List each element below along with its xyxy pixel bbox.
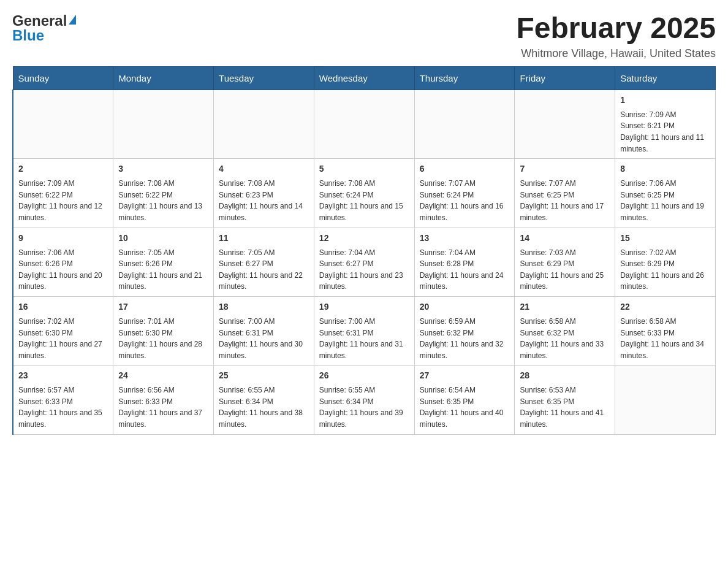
day-info: Sunrise: 7:04 AM Sunset: 6:27 PM Dayligh… bbox=[319, 247, 409, 293]
day-header-thursday: Thursday bbox=[414, 66, 515, 90]
day-info: Sunrise: 6:53 AM Sunset: 6:35 PM Dayligh… bbox=[520, 385, 610, 430]
calendar-cell: 1Sunrise: 7:09 AM Sunset: 6:21 PM Daylig… bbox=[615, 90, 716, 158]
calendar-cell: 2Sunrise: 7:09 AM Sunset: 6:22 PM Daylig… bbox=[13, 159, 113, 228]
day-number: 22 bbox=[620, 301, 710, 313]
calendar-table: SundayMondayTuesdayWednesdayThursdayFrid… bbox=[12, 66, 716, 435]
day-info: Sunrise: 7:09 AM Sunset: 6:21 PM Dayligh… bbox=[620, 109, 710, 155]
week-row-3: 9Sunrise: 7:06 AM Sunset: 6:26 PM Daylig… bbox=[13, 228, 716, 296]
day-number: 12 bbox=[319, 232, 409, 245]
calendar-cell bbox=[414, 90, 515, 158]
calendar-cell: 27Sunrise: 6:54 AM Sunset: 6:35 PM Dayli… bbox=[414, 366, 515, 434]
day-number: 14 bbox=[520, 232, 610, 245]
calendar-cell bbox=[515, 90, 615, 158]
calendar-cell: 21Sunrise: 6:58 AM Sunset: 6:32 PM Dayli… bbox=[515, 296, 615, 365]
day-number: 8 bbox=[620, 163, 710, 175]
month-title: February 2025 bbox=[516, 12, 716, 45]
week-row-1: 1Sunrise: 7:09 AM Sunset: 6:21 PM Daylig… bbox=[13, 90, 716, 158]
calendar-cell: 28Sunrise: 6:53 AM Sunset: 6:35 PM Dayli… bbox=[515, 366, 615, 434]
day-header-friday: Friday bbox=[515, 66, 615, 90]
calendar-cell: 20Sunrise: 6:59 AM Sunset: 6:32 PM Dayli… bbox=[414, 296, 515, 365]
day-info: Sunrise: 7:02 AM Sunset: 6:30 PM Dayligh… bbox=[18, 316, 108, 361]
day-info: Sunrise: 6:56 AM Sunset: 6:33 PM Dayligh… bbox=[118, 385, 208, 430]
day-number: 27 bbox=[420, 369, 510, 382]
calendar-cell: 7Sunrise: 7:07 AM Sunset: 6:25 PM Daylig… bbox=[515, 159, 615, 228]
calendar-cell: 3Sunrise: 7:08 AM Sunset: 6:22 PM Daylig… bbox=[113, 159, 214, 228]
title-block: February 2025 Whitmore Village, Hawaii, … bbox=[516, 12, 716, 60]
day-number: 3 bbox=[118, 163, 208, 175]
day-header-saturday: Saturday bbox=[615, 66, 716, 90]
calendar-header: SundayMondayTuesdayWednesdayThursdayFrid… bbox=[13, 66, 716, 90]
logo-blue-text: Blue bbox=[12, 27, 44, 44]
day-info: Sunrise: 7:08 AM Sunset: 6:22 PM Dayligh… bbox=[118, 178, 208, 223]
calendar-cell: 6Sunrise: 7:07 AM Sunset: 6:24 PM Daylig… bbox=[414, 159, 515, 228]
day-number: 28 bbox=[520, 369, 610, 382]
day-number: 20 bbox=[420, 301, 510, 313]
day-number: 11 bbox=[219, 232, 309, 245]
calendar-cell bbox=[113, 90, 214, 158]
day-header-monday: Monday bbox=[113, 66, 214, 90]
calendar-cell: 15Sunrise: 7:02 AM Sunset: 6:29 PM Dayli… bbox=[615, 228, 716, 296]
day-info: Sunrise: 6:59 AM Sunset: 6:32 PM Dayligh… bbox=[420, 316, 510, 361]
calendar-cell: 18Sunrise: 7:00 AM Sunset: 6:31 PM Dayli… bbox=[214, 296, 314, 365]
day-info: Sunrise: 7:00 AM Sunset: 6:31 PM Dayligh… bbox=[219, 316, 309, 361]
day-info: Sunrise: 7:08 AM Sunset: 6:23 PM Dayligh… bbox=[219, 178, 309, 223]
day-header-tuesday: Tuesday bbox=[214, 66, 314, 90]
calendar-cell: 26Sunrise: 6:55 AM Sunset: 6:34 PM Dayli… bbox=[314, 366, 414, 434]
day-info: Sunrise: 7:03 AM Sunset: 6:29 PM Dayligh… bbox=[520, 247, 610, 293]
day-number: 16 bbox=[18, 301, 108, 313]
day-info: Sunrise: 7:05 AM Sunset: 6:26 PM Dayligh… bbox=[118, 247, 208, 293]
calendar-cell: 10Sunrise: 7:05 AM Sunset: 6:26 PM Dayli… bbox=[113, 228, 214, 296]
calendar-cell: 22Sunrise: 6:58 AM Sunset: 6:33 PM Dayli… bbox=[615, 296, 716, 365]
page-header: General Blue February 2025 Whitmore Vill… bbox=[12, 12, 716, 60]
day-info: Sunrise: 6:58 AM Sunset: 6:33 PM Dayligh… bbox=[620, 316, 710, 361]
calendar-cell: 12Sunrise: 7:04 AM Sunset: 6:27 PM Dayli… bbox=[314, 228, 414, 296]
calendar-cell: 17Sunrise: 7:01 AM Sunset: 6:30 PM Dayli… bbox=[113, 296, 214, 365]
day-number: 13 bbox=[420, 232, 510, 245]
week-row-5: 23Sunrise: 6:57 AM Sunset: 6:33 PM Dayli… bbox=[13, 366, 716, 434]
calendar-cell bbox=[214, 90, 314, 158]
calendar-cell: 13Sunrise: 7:04 AM Sunset: 6:28 PM Dayli… bbox=[414, 228, 515, 296]
calendar-cell bbox=[615, 366, 716, 434]
day-number: 7 bbox=[520, 163, 610, 175]
day-info: Sunrise: 7:02 AM Sunset: 6:29 PM Dayligh… bbox=[620, 247, 710, 293]
day-number: 18 bbox=[219, 301, 309, 313]
day-number: 1 bbox=[620, 94, 710, 107]
logo-triangle-icon bbox=[69, 15, 76, 25]
day-info: Sunrise: 6:54 AM Sunset: 6:35 PM Dayligh… bbox=[420, 385, 510, 430]
days-of-week-row: SundayMondayTuesdayWednesdayThursdayFrid… bbox=[13, 66, 716, 90]
day-number: 21 bbox=[520, 301, 610, 313]
calendar-cell: 14Sunrise: 7:03 AM Sunset: 6:29 PM Dayli… bbox=[515, 228, 615, 296]
day-number: 23 bbox=[18, 369, 108, 382]
day-info: Sunrise: 7:09 AM Sunset: 6:22 PM Dayligh… bbox=[18, 178, 108, 223]
calendar-cell: 8Sunrise: 7:06 AM Sunset: 6:25 PM Daylig… bbox=[615, 159, 716, 228]
day-number: 9 bbox=[18, 232, 108, 245]
day-number: 6 bbox=[420, 163, 510, 175]
week-row-2: 2Sunrise: 7:09 AM Sunset: 6:22 PM Daylig… bbox=[13, 159, 716, 228]
day-info: Sunrise: 7:07 AM Sunset: 6:24 PM Dayligh… bbox=[420, 178, 510, 223]
calendar-cell: 23Sunrise: 6:57 AM Sunset: 6:33 PM Dayli… bbox=[13, 366, 113, 434]
calendar-cell: 16Sunrise: 7:02 AM Sunset: 6:30 PM Dayli… bbox=[13, 296, 113, 365]
location-subtitle: Whitmore Village, Hawaii, United States bbox=[516, 47, 716, 60]
day-info: Sunrise: 6:58 AM Sunset: 6:32 PM Dayligh… bbox=[520, 316, 610, 361]
calendar-body: 1Sunrise: 7:09 AM Sunset: 6:21 PM Daylig… bbox=[13, 90, 716, 434]
day-header-wednesday: Wednesday bbox=[314, 66, 414, 90]
calendar-cell: 24Sunrise: 6:56 AM Sunset: 6:33 PM Dayli… bbox=[113, 366, 214, 434]
week-row-4: 16Sunrise: 7:02 AM Sunset: 6:30 PM Dayli… bbox=[13, 296, 716, 365]
day-number: 19 bbox=[319, 301, 409, 313]
day-info: Sunrise: 7:07 AM Sunset: 6:25 PM Dayligh… bbox=[520, 178, 610, 223]
calendar-cell: 11Sunrise: 7:05 AM Sunset: 6:27 PM Dayli… bbox=[214, 228, 314, 296]
calendar-cell: 4Sunrise: 7:08 AM Sunset: 6:23 PM Daylig… bbox=[214, 159, 314, 228]
day-info: Sunrise: 7:06 AM Sunset: 6:25 PM Dayligh… bbox=[620, 178, 710, 223]
day-number: 24 bbox=[118, 369, 208, 382]
day-info: Sunrise: 7:04 AM Sunset: 6:28 PM Dayligh… bbox=[420, 247, 510, 293]
day-number: 15 bbox=[620, 232, 710, 245]
calendar-cell bbox=[314, 90, 414, 158]
day-info: Sunrise: 6:57 AM Sunset: 6:33 PM Dayligh… bbox=[18, 385, 108, 430]
day-number: 5 bbox=[319, 163, 409, 175]
day-info: Sunrise: 6:55 AM Sunset: 6:34 PM Dayligh… bbox=[319, 385, 409, 430]
day-info: Sunrise: 6:55 AM Sunset: 6:34 PM Dayligh… bbox=[219, 385, 309, 430]
day-header-sunday: Sunday bbox=[13, 66, 113, 90]
day-number: 4 bbox=[219, 163, 309, 175]
day-number: 25 bbox=[219, 369, 309, 382]
day-info: Sunrise: 7:05 AM Sunset: 6:27 PM Dayligh… bbox=[219, 247, 309, 293]
